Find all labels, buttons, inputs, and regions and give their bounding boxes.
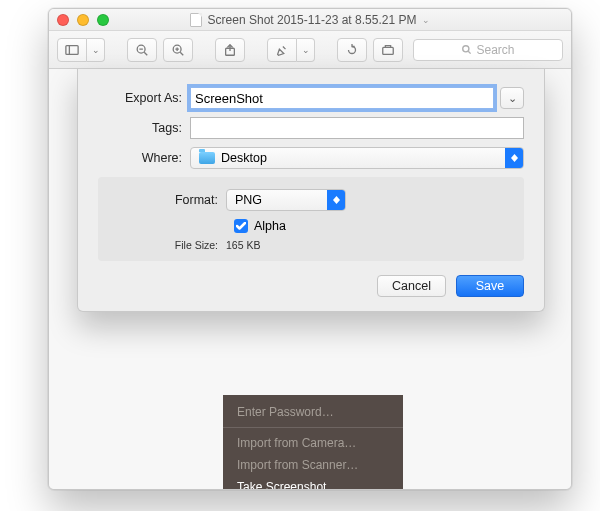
export-sheet: Export As: ⌄ Tags: Where: Desktop	[77, 69, 545, 312]
expand-save-dialog-button[interactable]: ⌄	[500, 87, 524, 109]
zoom-in-button[interactable]	[163, 38, 193, 62]
format-panel: Format: PNG Alpha File Size: 165 KB	[98, 177, 524, 261]
popup-arrows-icon	[505, 148, 523, 168]
toolbar: ⌄ ⌄ Searc	[49, 31, 571, 69]
app-window: Screen Shot 2015-11-23 at 8.55.21 PM ⌄ ⌄	[48, 8, 572, 490]
zoom-out-button[interactable]	[127, 38, 157, 62]
svg-line-12	[469, 51, 471, 53]
svg-line-3	[144, 52, 147, 55]
markup-button[interactable]	[267, 38, 297, 62]
search-field[interactable]: Search	[413, 39, 563, 61]
window-controls	[57, 14, 109, 26]
where-value: Desktop	[221, 151, 267, 165]
markup-dropdown-button[interactable]: ⌄	[297, 38, 315, 62]
format-value: PNG	[235, 193, 262, 207]
titlebar: Screen Shot 2015-11-23 at 8.55.21 PM ⌄	[49, 9, 571, 31]
cancel-button[interactable]: Cancel	[377, 275, 446, 297]
format-popup[interactable]: PNG	[226, 189, 346, 211]
chevron-down-icon: ⌄	[508, 92, 517, 105]
file-size-value: 165 KB	[226, 239, 260, 251]
export-as-label: Export As:	[98, 91, 190, 105]
edit-toolbar-button[interactable]	[373, 38, 403, 62]
close-window-button[interactable]	[57, 14, 69, 26]
save-button[interactable]: Save	[456, 275, 524, 297]
where-label: Where:	[98, 151, 190, 165]
file-size-label: File Size:	[114, 239, 226, 251]
popup-arrows-icon	[327, 190, 345, 210]
window-title: Screen Shot 2015-11-23 at 8.55.21 PM	[208, 13, 417, 27]
sidebar-dropdown-button[interactable]: ⌄	[87, 38, 105, 62]
alpha-checkbox[interactable]	[234, 219, 248, 233]
menu-item[interactable]: Import from Camera…	[223, 432, 403, 454]
background-context-menu: Enter Password… Import from Camera… Impo…	[223, 395, 403, 490]
svg-point-11	[463, 46, 469, 52]
search-placeholder: Search	[476, 43, 514, 57]
title-dropdown-caret[interactable]: ⌄	[422, 15, 430, 25]
share-button[interactable]	[215, 38, 245, 62]
sidebar-toggle-button[interactable]	[57, 38, 87, 62]
format-label: Format:	[114, 193, 226, 207]
tags-label: Tags:	[98, 121, 190, 135]
document-icon	[190, 13, 202, 27]
svg-rect-10	[383, 47, 394, 54]
menu-item[interactable]: Import from Scanner…	[223, 454, 403, 476]
menu-item[interactable]: Enter Password…	[223, 401, 403, 423]
search-icon	[461, 44, 472, 55]
svg-line-6	[180, 52, 183, 55]
svg-rect-0	[66, 45, 78, 54]
rotate-button[interactable]	[337, 38, 367, 62]
export-as-field[interactable]	[190, 87, 494, 109]
folder-icon	[199, 152, 215, 164]
where-popup[interactable]: Desktop	[190, 147, 524, 169]
minimize-window-button[interactable]	[77, 14, 89, 26]
alpha-label: Alpha	[254, 219, 286, 233]
tags-field[interactable]	[190, 117, 524, 139]
zoom-window-button[interactable]	[97, 14, 109, 26]
menu-item[interactable]: Take Screenshot	[223, 476, 403, 490]
checkmark-icon	[236, 222, 246, 230]
